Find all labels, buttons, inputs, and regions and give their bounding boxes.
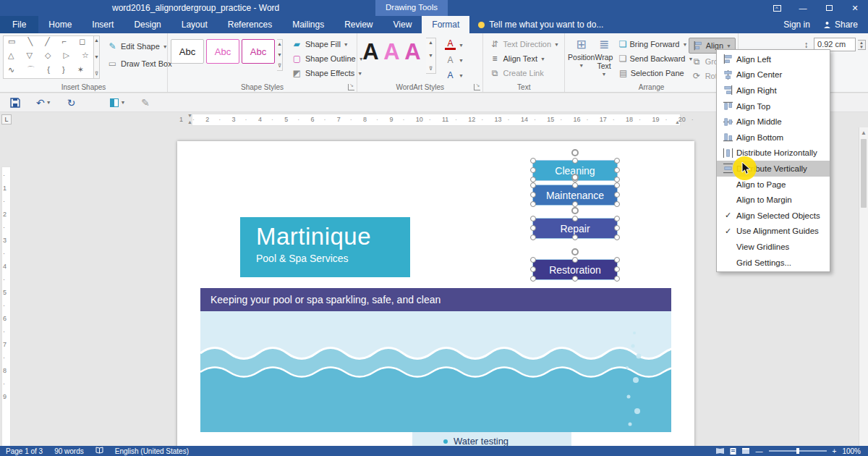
menu-item-grid-settings[interactable]: Grid Settings...	[717, 255, 830, 271]
selection-handle[interactable]	[530, 192, 536, 198]
brand-box[interactable]: Martinique Pool & Spa Services	[240, 217, 410, 277]
quick-shape-style-button[interactable]: ▼	[110, 98, 125, 107]
selection-handle[interactable]	[614, 276, 620, 282]
shapes-gallery-scroll[interactable]: ▲▼⊽	[94, 35, 100, 79]
shapes-row-1[interactable]: ▭ ╲ ╱ ⌐ ◻ ◯	[8, 37, 93, 51]
selection-handle[interactable]	[572, 158, 578, 164]
shape-style-preset-2[interactable]: Abc	[206, 39, 239, 64]
wordart-dialog-launcher[interactable]	[474, 84, 480, 90]
menu-item-view-gridlines[interactable]: View Gridlines	[717, 239, 830, 255]
wrap-text-button[interactable]: ≣Wrap Text▼	[595, 35, 613, 83]
menu-item-align-to-page[interactable]: Align to Page	[717, 177, 830, 193]
shape-styles-scroll[interactable]: ▲▼⊽	[277, 39, 283, 71]
selection-handle[interactable]	[530, 201, 536, 207]
page-indicator[interactable]: Page 1 of 3	[0, 447, 48, 455]
shapes-row-2[interactable]: △ ▽ ◇ ▷ ☆ ◠	[8, 51, 93, 64]
send-backward-button[interactable]: ❏Send Backward▼	[616, 52, 687, 65]
selection-handle[interactable]	[530, 177, 536, 182]
menu-item-align-middle[interactable]: Align Middle	[717, 114, 830, 130]
proofing-button[interactable]	[90, 447, 109, 455]
tab-layout[interactable]: Layout	[171, 16, 218, 33]
zoom-slider[interactable]	[769, 450, 827, 452]
text-direction-button[interactable]: ⇵Text Direction▼	[486, 38, 562, 51]
tagline-banner[interactable]: Keeping your pool or spa sparkling, safe…	[200, 288, 671, 311]
selection-handle[interactable]	[572, 201, 578, 207]
undo-button[interactable]: ↶▼	[36, 97, 51, 109]
menu-item-align-left[interactable]: Align Left	[717, 51, 830, 67]
selection-handle[interactable]	[572, 216, 578, 221]
tab-home[interactable]: Home	[38, 16, 82, 33]
zoom-slider-thumb[interactable]	[796, 448, 799, 454]
document-page[interactable]: Martinique Pool & Spa Services Keeping y…	[177, 141, 694, 446]
wordart-style-1[interactable]: A	[360, 35, 381, 69]
shape-styles-dialog-launcher[interactable]	[348, 84, 354, 90]
selection-handle[interactable]	[614, 266, 620, 272]
tell-me-box[interactable]: Tell me what you want to do...	[469, 16, 612, 33]
selection-handle[interactable]	[614, 177, 620, 182]
selection-handle[interactable]	[530, 276, 536, 282]
rotate-handle[interactable]	[571, 207, 579, 214]
menu-item-align-center[interactable]: Align Center	[717, 67, 830, 83]
align-text-button[interactable]: ≡Align Text▼	[486, 52, 562, 65]
share-button[interactable]: Share	[823, 20, 858, 30]
web-layout-icon[interactable]	[741, 447, 750, 455]
bring-forward-button[interactable]: ❏Bring Forward▼	[616, 38, 687, 51]
ribbon-display-options-button[interactable]: ^	[764, 0, 790, 16]
word-count[interactable]: 90 words	[48, 447, 90, 455]
menu-item-align-top[interactable]: Align Top	[717, 98, 830, 114]
text-effects-button[interactable]: A▼	[442, 69, 467, 82]
tab-stop-selector[interactable]: L	[1, 114, 12, 124]
selection-handle[interactable]	[572, 235, 578, 240]
wordart-style-2[interactable]: A	[381, 35, 402, 69]
scrollbar-thumb[interactable]	[861, 139, 867, 208]
text-fill-button[interactable]: A▼	[442, 38, 467, 51]
menu-item-align-selected-objects[interactable]: ✓Align Selected Objects	[717, 208, 830, 224]
draw-text-box-button[interactable]: ▭Draw Text Box	[104, 57, 175, 70]
height-stepper[interactable]: ▲▼	[858, 40, 866, 50]
rotate-handle[interactable]	[571, 149, 579, 156]
shapes-gallery[interactable]: ▭ ╲ ╱ ⌐ ◻ ◯ △ ▽ ◇ ▷ ☆ ◠ ∿ ⌒ { } ✶ ≡	[3, 35, 94, 79]
rotate-handle[interactable]	[571, 248, 579, 256]
tab-insert[interactable]: Insert	[82, 16, 124, 33]
selection-handle[interactable]	[572, 257, 578, 263]
left-indent-marker[interactable]: ▲	[187, 119, 192, 124]
tab-references[interactable]: References	[218, 16, 282, 33]
selection-handle[interactable]	[614, 192, 620, 198]
selection-handle[interactable]	[530, 158, 536, 164]
selection-handle[interactable]	[614, 257, 620, 263]
selection-handle[interactable]	[614, 235, 620, 240]
shapes-row-3[interactable]: ∿ ⌒ { } ✶ ≡	[8, 64, 93, 78]
selection-handle[interactable]	[614, 225, 620, 231]
list-item[interactable]: Water testing	[443, 436, 509, 446]
rotate-handle[interactable]	[571, 174, 579, 181]
tab-file[interactable]: File	[0, 16, 38, 33]
selection-handle[interactable]	[530, 266, 536, 272]
restore-button[interactable]	[816, 0, 842, 16]
tab-format[interactable]: Format	[422, 16, 469, 33]
language-indicator[interactable]: English (United States)	[109, 447, 195, 455]
selection-handle[interactable]	[530, 257, 536, 263]
menu-item-align-bottom[interactable]: Align Bottom	[717, 130, 830, 145]
position-button[interactable]: ⊞Position▼	[568, 35, 595, 83]
wordart-scroll[interactable]: ▲▼⊽	[426, 38, 436, 74]
selection-handle[interactable]	[530, 235, 536, 240]
selection-handle[interactable]	[614, 167, 620, 173]
shape-outline-button[interactable]: ▢Shape Outline▼	[289, 52, 367, 65]
selection-handle[interactable]	[572, 182, 578, 188]
text-outline-button[interactable]: A▼	[442, 54, 467, 67]
selection-handle[interactable]	[530, 167, 536, 173]
shape-effects-button[interactable]: ◩Shape Effects▼	[289, 67, 367, 80]
selection-handle[interactable]	[530, 216, 536, 221]
menu-item-align-right[interactable]: Align Right	[717, 83, 830, 98]
wordart-style-3[interactable]: A	[402, 35, 423, 69]
scroll-up-icon[interactable]: ▲	[859, 127, 868, 136]
print-layout-icon[interactable]	[729, 447, 737, 455]
zoom-level[interactable]: 100%	[842, 447, 861, 455]
water-graphic[interactable]	[200, 311, 671, 432]
minimize-button[interactable]: —	[790, 0, 816, 16]
create-link-button[interactable]: ⧉Create Link	[486, 67, 562, 80]
selection-pane-button[interactable]: ▤Selection Pane	[616, 67, 687, 80]
save-button[interactable]	[10, 98, 20, 108]
vertical-scrollbar[interactable]: ▲	[859, 127, 868, 446]
first-line-indent-marker[interactable]: ▼	[187, 113, 192, 118]
